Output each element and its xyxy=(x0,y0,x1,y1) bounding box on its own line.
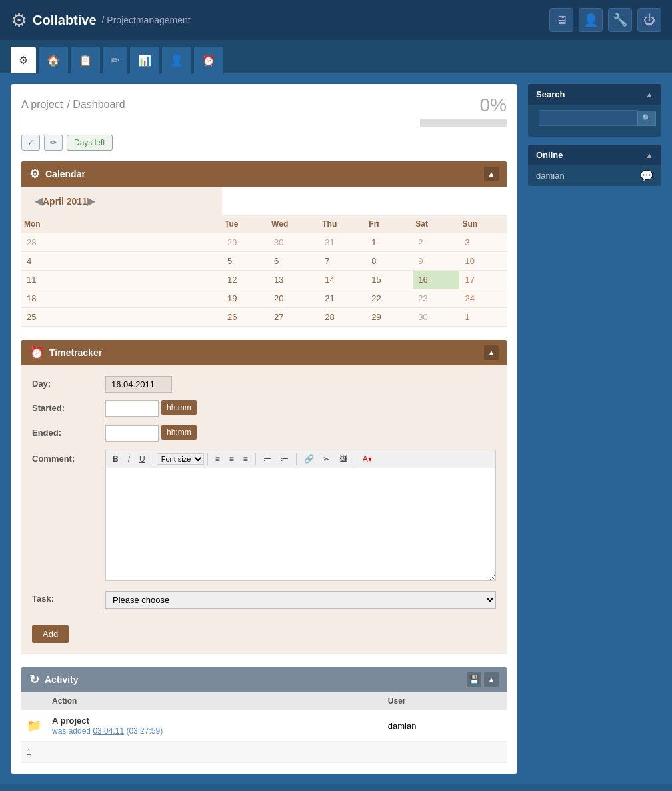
rte-image-btn[interactable]: 🖼 xyxy=(335,452,351,466)
cal-day-cell[interactable]: 14 xyxy=(319,271,366,289)
cal-day-cell[interactable]: 2 xyxy=(413,233,459,252)
cal-day-cell[interactable]: 1 xyxy=(459,308,507,327)
tt-ended-input[interactable] xyxy=(105,425,159,442)
cal-day-cell[interactable]: 23 xyxy=(413,289,459,308)
power-button[interactable]: ⏻ xyxy=(637,8,661,32)
timetracker-header: ⏰ Timetracker ▲ xyxy=(21,340,507,365)
cal-day-cell[interactable]: 5 xyxy=(222,252,269,271)
tt-comment-label: Comment: xyxy=(32,450,105,464)
cal-day-cell[interactable]: 24 xyxy=(459,289,507,308)
project-title-area: A project / Dashboard xyxy=(21,95,125,112)
cal-day-cell[interactable]: 4 xyxy=(21,252,222,271)
rte-fontsize-select[interactable]: Font size xyxy=(157,453,204,465)
cal-day-cell[interactable]: 8 xyxy=(366,252,413,271)
cal-day-cell[interactable]: 26 xyxy=(222,308,269,327)
search-input[interactable] xyxy=(539,110,637,126)
sidebar-search-row: 🔍 xyxy=(528,105,661,137)
rte-ol-btn[interactable]: ≔ xyxy=(277,452,293,466)
tt-comment-textarea[interactable] xyxy=(105,468,496,581)
activity-save-btn[interactable]: 💾 xyxy=(467,672,481,687)
project-header: A project / Dashboard 0% xyxy=(21,95,507,127)
cal-day-cell[interactable]: 21 xyxy=(319,289,366,308)
activity-col-user: User xyxy=(383,692,491,710)
search-button[interactable]: 🔍 xyxy=(637,111,656,126)
cal-day-cell[interactable]: 27 xyxy=(269,308,319,327)
tt-started-hhmm-btn[interactable]: hh:mm xyxy=(161,400,197,415)
cal-day-cell[interactable]: 16 xyxy=(413,271,459,289)
list-tab-icon: 📋 xyxy=(79,54,92,67)
home-tab-icon: 🏠 xyxy=(47,54,60,67)
tt-task-select[interactable]: Please choose xyxy=(105,591,496,609)
edit-button[interactable]: ✏ xyxy=(44,135,63,151)
cal-day-cell[interactable]: 10 xyxy=(459,252,507,271)
rte-link-btn[interactable]: 🔗 xyxy=(300,452,318,466)
tt-add-btn[interactable]: Add xyxy=(32,625,69,643)
cal-header-mon: Mon xyxy=(21,215,222,233)
rte-align-left-btn[interactable]: ≡ xyxy=(211,452,224,466)
cal-day-cell[interactable]: 12 xyxy=(222,271,269,289)
monitor-button[interactable]: 🖥 xyxy=(549,8,573,32)
tab-settings[interactable]: ⚙ xyxy=(11,47,36,73)
cal-week-row: 28293031123 xyxy=(21,233,507,252)
tt-ended-hhmm-btn[interactable]: hh:mm xyxy=(161,425,197,440)
tab-time[interactable]: ⏰ xyxy=(194,47,223,73)
rte-align-right-btn[interactable]: ≡ xyxy=(239,452,252,466)
cal-day-cell[interactable]: 22 xyxy=(366,289,413,308)
rte-underline-btn[interactable]: U xyxy=(135,452,149,466)
cal-day-cell[interactable]: 28 xyxy=(319,308,366,327)
sidebar-search-section: Search ▲ 🔍 xyxy=(528,84,661,137)
settings-button[interactable]: 🔧 xyxy=(608,8,632,32)
calendar-collapse-btn[interactable]: ▲ xyxy=(484,167,499,181)
tab-list[interactable]: 📋 xyxy=(71,47,100,73)
rte-unlink-btn[interactable]: ✂ xyxy=(319,452,334,466)
tab-home[interactable]: 🏠 xyxy=(39,47,68,73)
cal-day-cell[interactable]: 7 xyxy=(319,252,366,271)
sidebar-online-collapse-icon[interactable]: ▲ xyxy=(645,151,653,160)
activity-date-link[interactable]: 03.04.11 xyxy=(93,726,124,736)
rte-color-btn[interactable]: A▾ xyxy=(359,452,376,466)
sidebar-search-header: Search ▲ xyxy=(528,84,661,105)
cal-day-cell[interactable]: 17 xyxy=(459,271,507,289)
cal-day-cell[interactable]: 29 xyxy=(366,308,413,327)
rte-sep4 xyxy=(296,453,297,465)
cal-day-cell[interactable]: 29 xyxy=(222,233,269,252)
sidebar-search-collapse-icon[interactable]: ▲ xyxy=(645,90,653,99)
activity-title-area: ↻ Activity xyxy=(29,672,79,687)
rte-ul-btn[interactable]: ≔ xyxy=(259,452,275,466)
cal-prev-btn[interactable]: ◀ xyxy=(35,195,43,207)
activity-col-icon xyxy=(21,692,47,710)
cal-day-cell[interactable]: 30 xyxy=(269,233,319,252)
cal-next-btn[interactable]: ▶ xyxy=(87,195,95,207)
cal-day-cell[interactable]: 6 xyxy=(269,252,319,271)
cal-day-cell[interactable]: 19 xyxy=(222,289,269,308)
activity-row-user: damian xyxy=(383,710,491,742)
days-left-button[interactable]: Days left xyxy=(67,135,113,151)
cal-day-cell[interactable]: 30 xyxy=(413,308,459,327)
user-button[interactable]: 👤 xyxy=(579,8,603,32)
cal-day-cell[interactable]: 20 xyxy=(269,289,319,308)
cal-day-cell[interactable]: 3 xyxy=(459,233,507,252)
cal-day-cell[interactable]: 11 xyxy=(21,271,222,289)
cal-day-cell[interactable]: 13 xyxy=(269,271,319,289)
tt-day-input[interactable] xyxy=(105,376,172,393)
tt-started-row: Started: hh:mm xyxy=(32,400,496,417)
cal-day-cell[interactable]: 28 xyxy=(21,233,222,252)
timetracker-collapse-btn[interactable]: ▲ xyxy=(484,345,499,360)
tab-report[interactable]: 📊 xyxy=(130,47,159,73)
cal-day-cell[interactable]: 31 xyxy=(319,233,366,252)
rte-align-center-btn[interactable]: ≡ xyxy=(225,452,238,466)
cal-day-cell[interactable]: 15 xyxy=(366,271,413,289)
tab-user[interactable]: 👤 xyxy=(162,47,191,73)
breadcrumb: / Dashboard xyxy=(67,99,125,110)
rte-italic-btn[interactable]: I xyxy=(124,452,134,466)
cal-day-cell[interactable]: 1 xyxy=(366,233,413,252)
activity-icon: ↻ xyxy=(29,672,39,687)
cal-day-cell[interactable]: 25 xyxy=(21,308,222,327)
tt-started-input[interactable] xyxy=(105,400,159,417)
rte-bold-btn[interactable]: B xyxy=(109,452,123,466)
tab-edit[interactable]: ✏ xyxy=(103,47,127,73)
check-button[interactable]: ✓ xyxy=(21,135,40,151)
cal-day-cell[interactable]: 9 xyxy=(413,252,459,271)
activity-collapse-btn[interactable]: ▲ xyxy=(484,672,499,687)
cal-day-cell[interactable]: 18 xyxy=(21,289,222,308)
